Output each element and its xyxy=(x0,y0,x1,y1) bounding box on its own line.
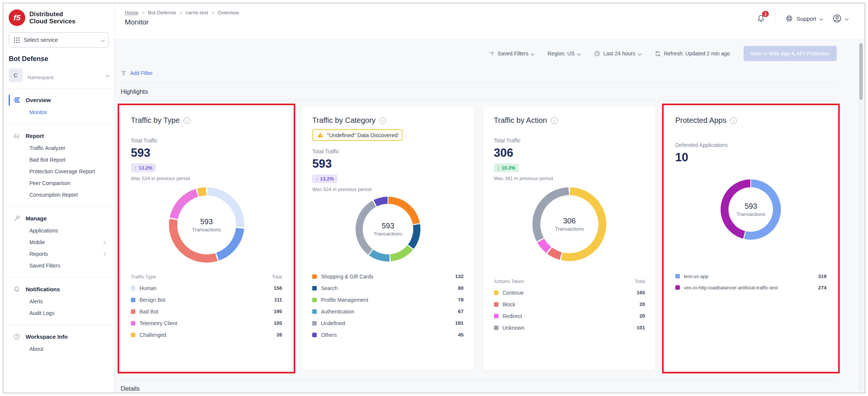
legend-label: Benign Bot xyxy=(140,297,166,303)
legend-row-search[interactable]: Search80 xyxy=(312,282,463,294)
legend-row-authentication[interactable]: Authentication67 xyxy=(312,306,463,317)
sidebar-item-reports[interactable]: Reports xyxy=(9,248,109,260)
breadcrumb-item-bot-defense[interactable]: Bot Defense xyxy=(148,10,176,15)
info-icon[interactable]: i xyxy=(184,117,190,124)
info-icon[interactable]: i xyxy=(379,117,386,124)
refresh-icon xyxy=(655,50,661,57)
legend-label: test-us-app xyxy=(684,274,709,279)
legend-value: 195 xyxy=(271,309,282,314)
legend: Shopping & Gift Cards132Search80Profile … xyxy=(312,271,463,341)
sidebar-item-bad-bot-report[interactable]: Bad Bot Report xyxy=(9,154,109,166)
region-dropdown[interactable]: Region: US xyxy=(547,50,580,57)
time-range-dropdown[interactable]: Last 24 hours xyxy=(594,50,641,57)
topbar-divider xyxy=(775,13,776,24)
account-menu[interactable] xyxy=(832,14,848,23)
sidebar-section-notifications[interactable]: Notifications xyxy=(9,283,109,296)
sidebar-item-audit-logs[interactable]: Audit Logs xyxy=(9,307,109,319)
stat-label: Defended Applications xyxy=(675,142,827,148)
sidebar-item-protection-coverage-report[interactable]: Protection Coverage Report xyxy=(9,166,109,177)
sidebar-item-label: Protection Coverage Report xyxy=(29,168,95,175)
sidebar-item-applications[interactable]: Applications xyxy=(9,225,109,237)
legend-row-challenged[interactable]: Challenged26 xyxy=(131,329,282,341)
sidebar-section-workspace-info[interactable]: Workspace Info xyxy=(9,330,109,343)
sidebar-item-mobile[interactable]: Mobile xyxy=(9,237,109,248)
delta-value: 10.3% xyxy=(501,165,515,171)
sidebar-item-consumption-report[interactable]: Consumption Report xyxy=(9,189,109,201)
legend-row-benign-bot[interactable]: Benign Bot111 xyxy=(131,294,282,306)
legend-value: 319 xyxy=(815,274,827,279)
app-window: f5 Distributed Cloud Services Select ser… xyxy=(3,3,865,393)
sidebar-section-overview[interactable]: Overview xyxy=(9,93,109,107)
legend-label: Block xyxy=(503,301,515,307)
support-lifebuoy-icon xyxy=(785,15,793,22)
legend-swatch xyxy=(494,314,498,318)
sidebar-section-manage[interactable]: Manage xyxy=(9,212,109,225)
sidebar-item-traffic-analyzer[interactable]: Traffic Analyzer xyxy=(9,142,109,154)
sidebar-item-alerts[interactable]: Alerts xyxy=(9,296,109,307)
legend-row-redirect[interactable]: Redirect20 xyxy=(494,310,645,322)
legend-header: Traffic TypeTotal xyxy=(131,272,282,282)
legend-row-test-us-app[interactable]: test-us-app319 xyxy=(675,271,827,282)
card-title: Traffic by Action xyxy=(494,116,547,125)
sidebar-item-label: Audit Logs xyxy=(29,310,54,317)
breadcrumb-separator: > xyxy=(142,10,144,15)
sidebar-item-peer-comparison[interactable]: Peer Comparison xyxy=(9,177,109,189)
legend-row-undefined[interactable]: Undefined191 xyxy=(312,317,463,329)
legend-row-others[interactable]: Others45 xyxy=(312,329,463,341)
notifications-bell-button[interactable]: 1 xyxy=(756,14,765,23)
sidebar: f5 Distributed Cloud Services Select ser… xyxy=(3,3,115,393)
legend-row-ves-io-http-loadbalancer-artificial-traffic-test[interactable]: ves-io-http-loadbalancer-artificial-traf… xyxy=(675,282,827,293)
legend: test-us-app319ves-io-http-loadbalancer-a… xyxy=(675,271,827,293)
sidebar-section-report[interactable]: Report xyxy=(9,129,109,142)
add-filter-button[interactable]: Add Filter xyxy=(121,70,837,76)
legend-value: 78 xyxy=(455,297,463,303)
screenshot-frame: f5 Distributed Cloud Services Select ser… xyxy=(0,0,868,396)
user-avatar-icon xyxy=(832,14,842,23)
time-range-label: Last 24 hours xyxy=(603,50,635,57)
donut-chart-traffic-by-action[interactable]: 306 Transactions xyxy=(532,187,606,261)
chevron-down-icon xyxy=(819,17,823,20)
legend-row-continue[interactable]: Continue165 xyxy=(494,287,645,298)
sidebar-item-label: Saved Filters xyxy=(29,262,60,269)
view-in-waap-button[interactable]: View in Web App & API Protection xyxy=(744,46,837,61)
legend-row-profile-management[interactable]: Profile Management78 xyxy=(312,294,463,306)
namespace-selector[interactable]: C Namespace xyxy=(9,68,109,88)
sidebar-item-label: Consumption Report xyxy=(29,191,78,199)
donut-chart-protected-apps[interactable]: 593 Transactions xyxy=(721,179,781,240)
legend-swatch xyxy=(312,274,317,279)
sidebar-section-label: Workspace Info xyxy=(26,333,67,340)
region-label: Region: US xyxy=(547,50,575,57)
saved-filters-dropdown[interactable]: Saved Filters xyxy=(488,50,534,57)
chevron-right-icon xyxy=(102,252,106,256)
breadcrumb-item-carrie-test[interactable]: carrie-test xyxy=(186,10,208,15)
refresh-button[interactable]: Refresh: Updated 2 min ago xyxy=(655,50,730,57)
legend-header: Actions TakenTotal xyxy=(494,277,645,287)
refresh-label: Refresh: Updated 2 min ago xyxy=(664,50,730,57)
brand-logo[interactable]: f5 Distributed Cloud Services xyxy=(3,3,114,31)
arrow-up-icon: ↑ xyxy=(134,165,137,171)
legend-row-bad-bot[interactable]: Bad Bot195 xyxy=(131,306,282,317)
info-icon[interactable]: i xyxy=(551,117,558,124)
info-icon[interactable]: i xyxy=(730,117,737,124)
scrollbar-thumb[interactable] xyxy=(859,43,863,100)
sidebar-item-saved-filters[interactable]: Saved Filters xyxy=(9,260,109,272)
legend-row-block[interactable]: Block20 xyxy=(494,298,645,310)
undefined-data-warning-badge[interactable]: "Undefined" Data Discovered xyxy=(312,129,403,141)
card-title: Protected Apps xyxy=(675,116,727,125)
donut-chart-traffic-by-category[interactable]: 593 Transactions xyxy=(356,197,420,261)
sidebar-item-monitor[interactable]: Monitor xyxy=(9,107,109,118)
donut-chart-traffic-by-type[interactable]: 593 Transactions xyxy=(169,187,244,263)
legend-swatch xyxy=(312,309,317,314)
sidebar-item-label: Applications xyxy=(29,227,58,234)
legend-row-telemetry-client[interactable]: Telemetry Client105 xyxy=(131,317,282,329)
arrow-down-icon: ↓ xyxy=(497,165,500,171)
support-menu[interactable]: Support xyxy=(785,15,822,22)
sidebar-item-about[interactable]: About xyxy=(9,343,109,355)
legend-row-shopping-gift-cards[interactable]: Shopping & Gift Cards132 xyxy=(312,271,463,282)
breadcrumb-item-home[interactable]: Home xyxy=(125,10,138,15)
select-service-dropdown[interactable]: Select service xyxy=(9,32,109,47)
filter-toolbar: Saved Filters Region: US Last 24 hours xyxy=(121,40,837,61)
legend-row-unknown[interactable]: Unknown101 xyxy=(494,322,645,333)
legend-row-human[interactable]: Human156 xyxy=(131,282,282,294)
details-heading: Details xyxy=(121,385,837,392)
